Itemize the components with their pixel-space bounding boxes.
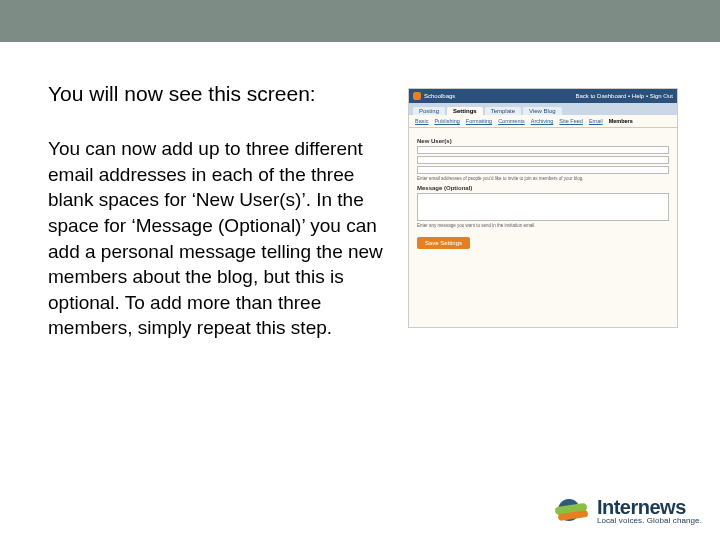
tab-template: Template [485, 107, 521, 115]
hint-new-users: Enter email addresses of people you'd li… [417, 176, 669, 181]
header-bar [0, 0, 720, 42]
subtab-site-feed: Site Feed [559, 118, 583, 124]
screenshot-primary-tabs: Posting Settings Template View Blog [409, 103, 677, 115]
subtab-archiving: Archiving [531, 118, 554, 124]
tab-settings: Settings [447, 107, 483, 115]
footer-logo: Internews Local voices. Global change. [555, 496, 702, 526]
blogger-logo-icon [413, 92, 421, 100]
screenshot-brand: Schoolbags [424, 93, 455, 99]
textarea-message [417, 193, 669, 221]
label-message: Message (Optional) [417, 185, 669, 191]
footer-logo-text: Internews Local voices. Global change. [597, 497, 702, 525]
internews-mark-icon [555, 496, 591, 526]
slide-body: You can now add up to three different em… [48, 136, 388, 341]
input-user-2 [417, 156, 669, 164]
subtab-publishing: Publishing [434, 118, 459, 124]
input-user-1 [417, 146, 669, 154]
tab-posting: Posting [413, 107, 445, 115]
screenshot-secondary-tabs: Basic Publishing Formatting Comments Arc… [409, 115, 677, 128]
subtab-formatting: Formatting [466, 118, 492, 124]
save-settings-button: Save Settings [417, 237, 470, 249]
label-new-users: New User(s) [417, 138, 669, 144]
footer-tagline: Local voices. Global change. [597, 517, 702, 525]
screenshot-form: New User(s) Enter email addresses of peo… [409, 128, 677, 255]
subtab-comments: Comments [498, 118, 525, 124]
text-column: You will now see this screen: You can no… [48, 82, 388, 341]
subtab-basic: Basic [415, 118, 428, 124]
subtab-email: Email [589, 118, 603, 124]
tab-view-blog: View Blog [523, 107, 562, 115]
input-user-3 [417, 166, 669, 174]
subtab-members: Members [609, 118, 633, 124]
footer-brand-name: Internews [597, 497, 702, 517]
embedded-screenshot: Schoolbags Back to Dashboard • Help • Si… [408, 88, 678, 328]
screenshot-header: Schoolbags Back to Dashboard • Help • Si… [409, 89, 677, 103]
hint-message: Enter any message you want to send in th… [417, 223, 669, 228]
screenshot-top-links: Back to Dashboard • Help • Sign Out [575, 93, 673, 99]
screenshot-column: Schoolbags Back to Dashboard • Help • Si… [408, 82, 688, 341]
slide-content: You will now see this screen: You can no… [0, 42, 720, 341]
slide-heading: You will now see this screen: [48, 82, 388, 106]
